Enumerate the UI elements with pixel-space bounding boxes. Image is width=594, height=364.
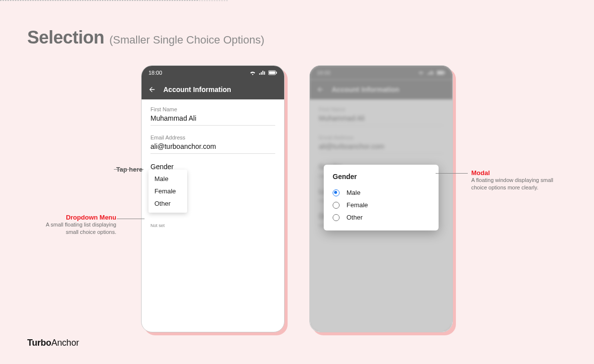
annotation-line: [114, 169, 144, 170]
svg-rect-2: [276, 72, 277, 74]
annotation-desc: A floating window displaying small choic…: [471, 177, 555, 191]
radio-option-female[interactable]: Female: [333, 199, 430, 211]
field-first-name[interactable]: First Name Muhammad Ali: [150, 106, 275, 126]
phone-content: First Name Muhammad Ali Email Address al…: [142, 99, 284, 332]
field-value: Muhammad Ali: [150, 114, 275, 126]
svg-rect-1: [269, 71, 275, 74]
radio-icon: [333, 202, 340, 209]
phone-mock-dropdown: 18:00 Account Information First Name Muh…: [141, 65, 285, 332]
status-bar: 18:00: [142, 66, 284, 80]
dropdown-item[interactable]: Female: [148, 185, 187, 197]
annotation-title: Modal: [471, 169, 560, 177]
annotation-line: [117, 219, 145, 219]
radio-label: Other: [346, 214, 363, 221]
radio-label: Male: [346, 189, 360, 196]
dashed-frame-right: [0, 0, 228, 1]
appbar-title: Account Information: [163, 86, 231, 93]
annotation-desc: A small floating list displaying small c…: [35, 221, 116, 236]
brand-part1: Turbo: [27, 338, 51, 348]
status-time: 18:00: [148, 70, 162, 76]
radio-icon: [333, 214, 340, 221]
field-dob-peek[interactable]: Not set: [150, 223, 275, 228]
dropdown-item[interactable]: Other: [148, 197, 187, 210]
radio-option-male[interactable]: Male: [333, 186, 430, 199]
annotation-title: Dropdown Menu: [35, 214, 116, 221]
radio-option-other[interactable]: Other: [333, 211, 430, 224]
title-subtitle: (Smaller Single Choice Options): [109, 34, 264, 46]
status-icons: [249, 70, 277, 75]
radio-label: Female: [346, 201, 368, 209]
annotation-modal: Modal A floating window displaying small…: [471, 169, 560, 191]
phone-mock-modal: 18:00 Account Information First Name Muh…: [309, 65, 453, 332]
page-title: Selection (Smaller Single Choice Options…: [27, 27, 264, 48]
field-value: ali@turboanchor.com: [150, 142, 275, 154]
brand-logo: TurboAnchor: [27, 338, 79, 348]
app-bar: Account Information: [142, 80, 284, 99]
field-label: First Name: [150, 106, 275, 112]
gender-modal: Gender Male Female Other: [324, 165, 439, 230]
brand-part2: Anchor: [51, 338, 79, 348]
annotation-line: [436, 173, 468, 174]
dropdown-item[interactable]: Male: [148, 173, 187, 185]
signal-icon: [259, 70, 265, 75]
radio-icon: [333, 189, 340, 196]
field-subvalue: Not set: [150, 223, 275, 228]
modal-title: Gender: [333, 173, 430, 181]
wifi-icon: [249, 70, 256, 75]
field-email[interactable]: Email Address ali@turboanchor.com: [150, 135, 275, 154]
title-main: Selection: [27, 27, 104, 47]
battery-icon: [268, 70, 277, 75]
field-label: Email Address: [150, 135, 275, 140]
dropdown-menu[interactable]: Male Female Other: [148, 170, 187, 213]
back-icon[interactable]: [148, 85, 156, 94]
annotation-dropdown: Dropdown Menu A small floating list disp…: [35, 214, 116, 236]
